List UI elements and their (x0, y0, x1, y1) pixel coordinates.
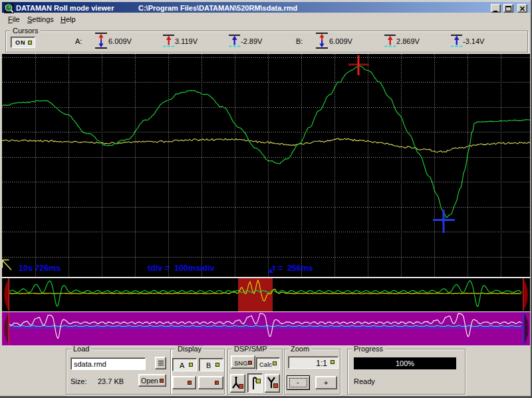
svg-text:10s 726ms: 10s 726ms (19, 264, 61, 273)
svg-text:t = 256ms: t = 256ms (273, 264, 313, 273)
svg-text:tdiv = 100ms/div: tdiv = 100ms/div (148, 264, 214, 273)
